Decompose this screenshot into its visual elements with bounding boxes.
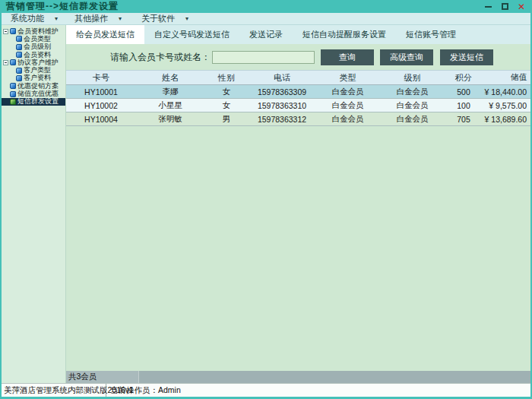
- app-status-bar: 美萍酒店管理系统内部测试版2016v1 当前操作员：Admin: [2, 383, 530, 397]
- cell-gender: 女: [204, 100, 249, 111]
- cell-name: 小星星: [136, 100, 204, 111]
- menu-item-label: 系统功能: [11, 13, 44, 24]
- app-window: 营销管理-->短信群发设置 ✕ 系统功能 ▾ 其他操作 ▾ 关于软件 ▾ 会员资…: [0, 0, 532, 399]
- member-count: 共3会员: [66, 371, 139, 383]
- close-icon: ✕: [518, 2, 525, 11]
- advanced-query-button[interactable]: 高级查询: [380, 49, 433, 65]
- folder-icon: [16, 44, 22, 50]
- header-cell-gender[interactable]: 性别: [204, 72, 249, 84]
- member-table: 卡号 姓名 性别 电话 类型 级别 积分 储值 HY10001 李娜 女 159…: [66, 70, 530, 126]
- folder-icon: [10, 28, 16, 34]
- cell-stored: ¥ 18,440.00: [483, 87, 530, 97]
- search-label: 请输入会员卡号或姓名：: [110, 51, 211, 64]
- header-cell-points[interactable]: 积分: [445, 72, 483, 84]
- folder-icon: [16, 68, 22, 74]
- empty-area: [66, 126, 530, 371]
- cell-phone: 15978363309: [249, 87, 315, 97]
- collapse-icon[interactable]: [3, 60, 8, 65]
- cell-card: HY10001: [66, 87, 136, 97]
- tab-bar: 给会员发送短信 自定义号码发送短信 发送记录 短信自动提醒服务设置 短信账号管理: [66, 25, 530, 44]
- send-sms-button[interactable]: 发送短信: [440, 49, 493, 65]
- menu-item-other-operations[interactable]: 其他操作 ▾: [74, 13, 122, 24]
- sidebar-tree: 会员资料维护 会员类型 会员级别 会员资料 协议客户维护 客户类型: [2, 25, 66, 383]
- cell-type: 白金会员: [315, 100, 380, 111]
- header-cell-stored[interactable]: 储值: [483, 72, 530, 83]
- maximize-button[interactable]: [500, 2, 509, 11]
- folder-icon: [10, 91, 16, 97]
- chevron-down-icon: ▾: [185, 15, 188, 22]
- close-button[interactable]: ✕: [517, 2, 526, 11]
- cell-gender: 女: [204, 87, 249, 97]
- body-area: 会员资料维护 会员类型 会员级别 会员资料 协议客户维护 客户类型: [2, 25, 530, 383]
- table-row[interactable]: HY10004 张明敏 男 15978363312 白金会员 白金会员 705 …: [66, 112, 530, 126]
- menu-item-system-functions[interactable]: 系统功能 ▾: [11, 13, 58, 24]
- cell-card: HY10004: [66, 115, 136, 124]
- chevron-down-icon: ▾: [119, 15, 122, 22]
- collapse-icon[interactable]: [3, 29, 8, 34]
- menubar: 系统功能 ▾ 其他操作 ▾ 关于软件 ▾: [2, 13, 530, 25]
- folder-icon: [10, 59, 16, 65]
- cell-gender: 男: [204, 114, 249, 125]
- header-cell-level[interactable]: 级别: [380, 72, 445, 84]
- folder-icon: [16, 75, 22, 81]
- cell-level: 白金会员: [380, 87, 445, 97]
- cell-level: 白金会员: [380, 100, 445, 111]
- tab-send-to-members[interactable]: 给会员发送短信: [66, 25, 144, 44]
- folder-icon: [10, 99, 16, 105]
- app-version: 美萍酒店管理系统内部测试版2016v1: [2, 384, 106, 397]
- cell-phone: 15978363312: [249, 115, 315, 124]
- folder-icon: [10, 83, 16, 89]
- cell-type: 白金会员: [315, 114, 380, 125]
- table-header: 卡号 姓名 性别 电话 类型 级别 积分 储值: [66, 70, 530, 85]
- query-button[interactable]: 查询: [321, 49, 374, 65]
- cell-type: 白金会员: [315, 87, 380, 97]
- tab-sms-account-management[interactable]: 短信账号管理: [396, 25, 466, 44]
- operator-info: 当前操作员：Admin: [106, 385, 181, 396]
- window-title: 营销管理-->短信群发设置: [6, 0, 119, 13]
- cell-points: 500: [445, 87, 483, 97]
- tab-panel: 请输入会员卡号或姓名： 查询 高级查询 发送短信 卡号 姓名 性别 电话 类型 …: [66, 44, 530, 383]
- menu-item-about-software[interactable]: 关于软件 ▾: [141, 13, 188, 24]
- cell-level: 白金会员: [380, 114, 445, 125]
- cell-stored: ¥ 9,575.00: [483, 101, 530, 110]
- tab-send-records[interactable]: 发送记录: [239, 25, 293, 44]
- sidebar-item-sms-broadcast-settings[interactable]: 短信群发设置: [2, 98, 65, 106]
- main-content: 给会员发送短信 自定义号码发送短信 发送记录 短信自动提醒服务设置 短信账号管理…: [66, 25, 530, 383]
- chevron-down-icon: ▾: [55, 15, 58, 22]
- minimize-icon: [485, 6, 492, 8]
- cell-stored: ¥ 13,689.60: [483, 115, 530, 124]
- table-row[interactable]: HY10001 李娜 女 15978363309 白金会员 白金会员 500 ¥…: [66, 85, 530, 99]
- tree-item-label: 短信群发设置: [17, 97, 59, 106]
- header-cell-phone[interactable]: 电话: [249, 72, 315, 84]
- folder-icon: [16, 36, 22, 42]
- titlebar: 营销管理-->短信群发设置 ✕: [2, 0, 530, 13]
- header-cell-card[interactable]: 卡号: [66, 72, 136, 84]
- maximize-icon: [502, 3, 508, 10]
- folder-icon: [16, 52, 22, 58]
- table-row[interactable]: HY10002 小星星 女 15978363310 白金会员 白金会员 100 …: [66, 99, 530, 112]
- table-status-bar: 共3会员: [66, 371, 530, 383]
- header-cell-name[interactable]: 姓名: [136, 72, 204, 84]
- cell-name: 李娜: [136, 87, 204, 97]
- tab-custom-number-send[interactable]: 自定义号码发送短信: [144, 25, 239, 44]
- search-row: 请输入会员卡号或姓名： 查询 高级查询 发送短信: [66, 44, 530, 70]
- tab-auto-reminder-settings[interactable]: 短信自动提醒服务设置: [293, 25, 396, 44]
- search-input[interactable]: [212, 51, 315, 64]
- cell-card: HY10002: [66, 101, 136, 110]
- menu-item-label: 关于软件: [141, 13, 175, 24]
- minimize-button[interactable]: [483, 2, 492, 11]
- cell-points: 100: [445, 101, 483, 110]
- header-cell-type[interactable]: 类型: [315, 72, 380, 84]
- cell-name: 张明敏: [136, 114, 204, 125]
- window-controls: ✕: [483, 2, 526, 11]
- menu-item-label: 其他操作: [74, 13, 108, 24]
- cell-points: 705: [445, 115, 483, 124]
- cell-phone: 15978363310: [249, 101, 315, 110]
